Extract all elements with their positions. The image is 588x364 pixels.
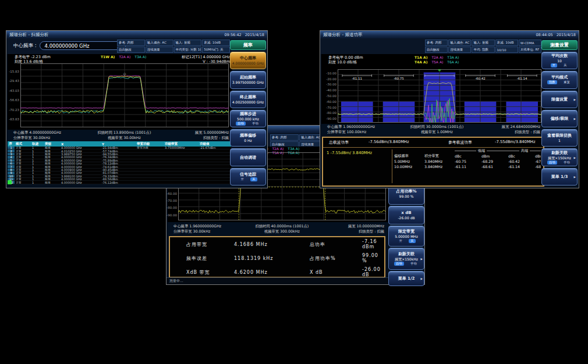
softkey-2[interactable]: 限值设置▶ [541, 91, 578, 108]
sweep-annotations: 中心频率 1.960000000GHz扫描时间 40.0000ms (1001点… [169, 223, 387, 234]
window-title: 频谱分析 - 扫频分析 [9, 32, 48, 38]
softkey-toggle: 自动手动 [547, 160, 572, 165]
status-cell: 参考: 内部 [117, 40, 145, 46]
marker-table-cell [199, 181, 231, 184]
entry-band: 中心频率 : 4.000000000 GHz 参考: 内部输入耦合: AC输入:… [6, 38, 267, 54]
marker-table-header: 带宽功能 [136, 141, 164, 147]
center-marker-icon: ✵ [438, 69, 441, 73]
menu-header: 测量设置 [541, 40, 578, 50]
result-label: 频率误差 [186, 255, 234, 262]
acpr-results-box: 总载波功率 -7.56dBm/3.840MHz 参考载波功率 -7.55dBm/… [322, 137, 544, 187]
toggle-option[interactable]: 自动 [547, 160, 557, 165]
softkey-menu: 测量设置平均次数10开关平均模式指数重复限值设置▶偏移/极限▶查看极限切换1刷新… [541, 40, 578, 185]
toggle-option[interactable]: 手动 [562, 160, 572, 165]
offset-result-cell: 3.840MHz [424, 159, 455, 164]
result-label: 占用带宽 [186, 241, 234, 248]
marker-table-header: X [60, 141, 101, 147]
offset-result-cell: -68.61 [481, 164, 508, 169]
softkey-value: 500.000 kHz [237, 117, 259, 121]
submenu-arrow-icon: ▶ [421, 277, 423, 280]
spacer [394, 148, 424, 154]
y-tick-label: -80.00 [167, 206, 177, 209]
toggle-option[interactable]: 开 [239, 177, 246, 181]
marker-table-cell: -76.12dBm [101, 181, 136, 184]
offset-result-cell: 3.840MHz [424, 164, 455, 169]
y-tick-label: -90.00 [167, 213, 177, 217]
softkey-label: 限定带宽 [398, 229, 415, 234]
y-tick-label: -20.00 [326, 77, 336, 81]
toggle-option[interactable]: 开 [398, 239, 405, 243]
softkey-1[interactable]: x dB-26.00 dB [388, 206, 424, 224]
softkey-4[interactable]: 查看极限切换1 [541, 129, 578, 147]
softkey-4[interactable]: 频率偏移0 Hz [230, 129, 266, 147]
toggle-option[interactable]: 关 [409, 239, 416, 243]
softkey-6[interactable]: 信号追踪开关 [230, 168, 266, 185]
toggle-option[interactable]: 开 [551, 63, 558, 67]
spectrum-display: 参考电平 0.00 dBm 刻度 10.0 dB/格 T1A A) T2A A)… [321, 54, 545, 124]
y-tick-label: -29.43 [9, 79, 19, 83]
marker-table-header: 序 [8, 141, 15, 147]
softkey-label: 刷新关联 [398, 252, 415, 256]
toggle-option[interactable]: 自动 [394, 262, 404, 266]
trace-labels-2: T4A A) T5A A) T6A A) [415, 60, 459, 64]
titlebar[interactable]: 频谱分析 - 频道功率 08:44:05 2015/4/18 [320, 31, 579, 38]
softkey-0[interactable]: 中心频率4.000000000 GHz [230, 52, 266, 69]
toggle-option[interactable]: 重复 [562, 80, 572, 84]
submenu-arrow-icon: ▶ [574, 117, 576, 120]
result-label: XdB 带宽 [186, 269, 234, 276]
result-value: 99.00 % [362, 253, 384, 263]
status-cell: 10/10 [495, 47, 518, 53]
softkey-value: -26.00 dB [398, 216, 415, 220]
softkey-toggle: 自动手动 [236, 122, 260, 126]
softkey-4[interactable]: 菜单 1/2▶ [388, 271, 424, 286]
y-tick-label: -60.00 [326, 100, 336, 104]
softkey-5[interactable]: 刷新关联频宽×150kHz自动手动▶ [541, 148, 578, 166]
marker-table-cell [164, 181, 199, 184]
toggle-option[interactable]: 自动 [236, 122, 246, 126]
offset-result-cell: 10.00MHz [394, 164, 424, 169]
status-band: 参考: 内部输入耦合: AC输入: 射频衰减: 10dBW-CDMA自由触发连续… [320, 38, 579, 54]
status-cell: 输入: 射频 [472, 40, 494, 46]
panel-channel-power: 频谱分析 - 频道功率 08:44:05 2015/4/18 参考: 内部输入耦… [320, 30, 579, 188]
zone-power-label: -60.42 [475, 77, 486, 80]
spacer [424, 148, 455, 154]
softkey-toggle: 开关 [551, 63, 569, 67]
softkey-3[interactable]: 偏移/极限▶ [541, 110, 578, 127]
sweep-annotations: 中心频率 1.960000000GHz扫描时间 30.0000ms (1001点… [323, 124, 543, 134]
toggle-option[interactable]: 关 [250, 177, 257, 181]
offset-result-cell: -60.42 [508, 159, 535, 164]
active-marker-indicator [8, 180, 12, 184]
softkey-3[interactable]: 刷新关联频宽×150kHz自动手动▶ [388, 248, 424, 270]
softkey-2[interactable]: 终止频率4.002500000 GHz [230, 91, 266, 108]
softkey-1[interactable]: 平均模式指数重复 [541, 71, 578, 88]
offset-col-header: 偏移频率 [394, 154, 424, 159]
softkey-6[interactable]: 菜单 1/3▶ [541, 168, 578, 185]
entry-label: 中心频率 : [13, 42, 37, 49]
offset-result-cell: -67.95 [535, 159, 541, 164]
softkey-label: 起始频率 [240, 75, 256, 80]
toggle-option[interactable]: 手动 [250, 122, 260, 126]
softkey-2[interactable]: 限定带宽5.00000 MHz开关 [388, 226, 424, 247]
center-frequency-input[interactable]: 4.000000000 GHz [40, 41, 126, 50]
softkey-3[interactable]: 频率步进500.000 kHz自动手动 [230, 110, 266, 127]
y-axis-labels: -15.83-29.43-43.03-56.63-70.23-83.83 [8, 63, 19, 127]
y-axis-labels: -10.00-20.00-30.00-40.00-50.00-60.00-70.… [323, 69, 336, 123]
toggle-option[interactable]: 指数 [547, 80, 557, 84]
softkey-toggle: 开关 [398, 239, 416, 243]
offset-col-header: dBm [535, 154, 541, 159]
titlebar[interactable]: 频谱分析 - 扫频分析 09:56:42 2015/4/18 [6, 31, 267, 38]
status-cell: 参考: 内部 [270, 134, 299, 141]
softkey-5[interactable]: 自动调谐 [230, 148, 266, 166]
status-cell: 衰减: 10dB [495, 40, 518, 46]
softkey-label: 刷新关联 [551, 151, 568, 155]
softkey-1[interactable]: 起始频率3.997500000 GHz [230, 71, 266, 88]
softkey-value: 4.000000000 GHz [232, 61, 264, 65]
y-tick-label: -15.83 [9, 70, 19, 73]
softkey-value: 99.00 % [399, 194, 414, 198]
status-cell: 天线单位: RF [519, 47, 541, 53]
toggle-option[interactable]: 关 [562, 63, 569, 67]
toggle-option[interactable]: 手动 [409, 262, 419, 266]
offset-col-header: dBc [455, 154, 481, 159]
softkey-0[interactable]: 平均次数10开关 [541, 52, 578, 69]
status-cell: 自由触发 [117, 47, 145, 53]
